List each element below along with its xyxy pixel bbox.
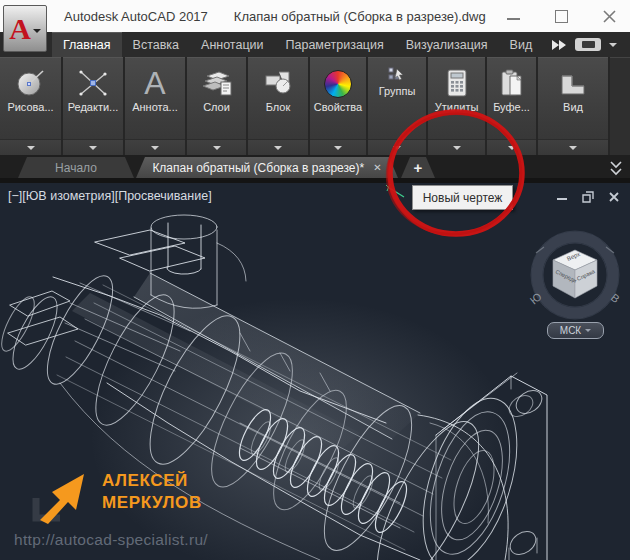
flyout-arrow-icon <box>274 146 282 154</box>
annotate-icon: A <box>144 64 165 98</box>
panel-label: Аннота... <box>132 101 178 113</box>
ribbon: Рисова... Редакти... A Аннота... <box>0 57 630 155</box>
flyout-arrow-icon <box>27 146 35 154</box>
layers-icon <box>201 64 233 98</box>
autocad-window: Autodesk AutoCAD 2017 Клапан обратный (С… <box>0 0 630 560</box>
panel-label: Свойства <box>314 101 362 113</box>
flyout-arrow-icon <box>508 146 516 154</box>
viewport-controls[interactable]: [−][ЮВ изометрия][Просвечивание] <box>8 189 212 203</box>
file-tab-label: Клапан обратный (Сборка в разрезе)* <box>152 161 364 175</box>
flyout-arrow-icon <box>151 146 159 154</box>
panel-label: Буфе... <box>493 101 530 113</box>
panel-block-flyout[interactable] <box>248 139 308 155</box>
panel-annotate[interactable]: A Аннота... <box>125 57 185 155</box>
viewport-minimize-icon[interactable] <box>556 191 568 203</box>
flyout-arrow-icon <box>89 146 97 154</box>
panel-groups-flyout[interactable] <box>368 139 426 155</box>
minimize-button[interactable] <box>506 9 520 23</box>
panel-label: Утилиты <box>435 101 479 113</box>
panel-icon <box>582 41 595 48</box>
utilities-icon <box>445 64 469 98</box>
tab-insert[interactable]: Вставка <box>122 32 190 57</box>
panel-groups[interactable]: Группы <box>368 57 426 155</box>
viewport-close-icon[interactable] <box>608 191 620 203</box>
watermark-name-line2: МЕРКУЛОВ <box>102 492 202 514</box>
panel-layers-flyout[interactable] <box>187 139 246 155</box>
file-tab-start[interactable]: Начало <box>18 157 134 178</box>
clipboard-icon <box>499 64 525 98</box>
properties-icon <box>324 64 352 98</box>
panel-modify[interactable]: Редакти... <box>63 57 123 155</box>
flyout-arrow-icon <box>213 146 221 154</box>
minimize-icon <box>507 18 520 20</box>
panel-annotate-flyout[interactable] <box>125 139 185 155</box>
watermark-name-line1: АЛЕКСЕЙ <box>102 470 202 492</box>
tab-home[interactable]: Главная <box>52 32 122 57</box>
flyout-arrow-icon <box>393 146 401 154</box>
flyout-arrow-icon <box>334 146 342 154</box>
panel-layers[interactable]: Слои <box>187 57 246 155</box>
view-icon <box>558 64 588 98</box>
panel-draw[interactable]: Рисова... <box>0 57 61 155</box>
panel-utilities-flyout[interactable] <box>428 139 485 155</box>
app-title: Autodesk AutoCAD 2017 <box>64 9 208 24</box>
panel-view-flyout[interactable] <box>538 139 608 155</box>
ribbon-state-caret-icon[interactable] <box>609 43 617 51</box>
modify-icon <box>77 64 109 98</box>
ucs-label: МСК <box>560 325 581 336</box>
block-icon <box>262 64 294 98</box>
panel-label: Блок <box>266 101 291 113</box>
watermark-logo: АЛЕКСЕЙ МЕРКУЛОВ <box>26 460 202 524</box>
panel-label: Вид <box>563 101 583 113</box>
file-tab-close-icon[interactable]: ✕ <box>373 162 381 173</box>
panel-clipboard-flyout[interactable] <box>487 139 536 155</box>
panel-utilities[interactable]: Утилиты <box>428 57 485 155</box>
chevron-down-icon <box>33 29 41 37</box>
drawing-viewport[interactable]: [−][ЮВ изометрия][Просвечивание] Верх Сп… <box>0 183 630 560</box>
autocad-logo-icon: A <box>9 14 31 43</box>
tab-visualize[interactable]: Визуализация <box>395 32 499 57</box>
document-title: Клапан обратный (Сборка в разрезе).dwg <box>234 9 486 24</box>
draw-icon <box>16 64 46 98</box>
chevron-down-icon <box>585 329 591 335</box>
close-button[interactable] <box>602 9 616 23</box>
arrow-logo-icon <box>26 460 88 524</box>
viewport-restore-icon[interactable] <box>582 191 594 203</box>
ucs-button[interactable]: МСК <box>547 322 604 339</box>
tab-annotate[interactable]: Аннотации <box>190 32 274 57</box>
panel-label: Редакти... <box>68 101 119 113</box>
file-tab-active[interactable]: Клапан обратный (Сборка в разрезе)* ✕ <box>136 157 398 178</box>
flyout-arrow-icon <box>453 146 461 154</box>
maximize-button[interactable] <box>554 9 568 23</box>
panel-view[interactable]: Вид <box>538 57 608 155</box>
groups-icon <box>387 64 407 82</box>
app-menu-button[interactable]: A <box>3 5 47 52</box>
close-icon <box>603 10 616 23</box>
flyout-arrow-icon <box>569 146 577 154</box>
ribbon-filler <box>610 57 630 155</box>
new-drawing-tooltip: Новый чертеж <box>412 185 513 210</box>
ribbon-tab-bar: Главная Вставка Аннотации Параметризация… <box>0 32 630 57</box>
panel-modify-flyout[interactable] <box>63 139 123 155</box>
panel-label: Слои <box>203 101 230 113</box>
panel-label: Группы <box>379 85 416 97</box>
panel-clipboard[interactable]: Буфе... <box>487 57 536 155</box>
title-bar: Autodesk AutoCAD 2017 Клапан обратный (С… <box>0 0 630 33</box>
tabs-overflow-icon[interactable] <box>551 40 567 50</box>
ribbon-state-button[interactable] <box>575 38 601 51</box>
watermark-url: http://autocad-specialist.ru/ <box>14 531 208 549</box>
maximize-icon <box>555 10 568 23</box>
panel-draw-flyout[interactable] <box>0 139 61 155</box>
tab-parametric[interactable]: Параметризация <box>275 32 395 57</box>
panel-block[interactable]: Блок <box>248 57 308 155</box>
file-tabs-overflow-icon[interactable] <box>608 160 624 177</box>
new-drawing-tab-button[interactable]: + <box>401 157 435 178</box>
tab-view[interactable]: Вид <box>499 32 544 57</box>
viewcube[interactable]: Верх Спереди Справа Ю В <box>522 229 628 321</box>
panel-label: Рисова... <box>7 101 53 113</box>
panel-properties-flyout[interactable] <box>310 139 366 155</box>
file-tab-bar: Начало Клапан обратный (Сборка в разрезе… <box>0 155 630 183</box>
panel-properties[interactable]: Свойства <box>310 57 366 155</box>
